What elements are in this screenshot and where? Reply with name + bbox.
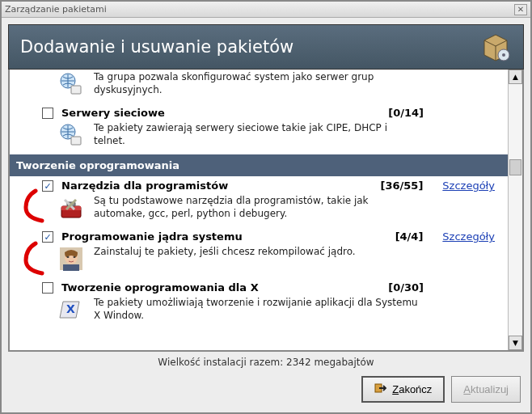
list-item-desc: X Te pakiety umożliwiają tworzenie i roz… <box>10 295 508 329</box>
svg-point-3 <box>502 53 505 57</box>
item-description: Zainstaluj te pakiety, jeśli chcesz reko… <box>94 246 501 259</box>
toolbox-icon <box>58 195 84 221</box>
update-button-rest: ktualizuj <box>471 383 509 395</box>
details-link[interactable]: Szczegóły <box>442 230 495 243</box>
svg-point-15 <box>67 256 70 258</box>
package-box-icon <box>479 31 512 63</box>
details-link[interactable]: Szczegóły <box>442 180 495 192</box>
update-button-key: A <box>463 383 471 395</box>
scrollbar-track[interactable] <box>509 84 522 336</box>
package-list: Ta grupa pozwala skonfigurować system ja… <box>10 70 508 350</box>
item-label: Programowanie jądra systemu <box>61 230 389 243</box>
group-header-tworzenie: Tworzenie oprogramowania <box>10 154 508 176</box>
window-title: Zarządzanie pakietami <box>5 4 514 15</box>
scroll-down-icon[interactable]: ▼ <box>509 336 522 350</box>
update-button: Aktualizuj <box>451 376 521 403</box>
list-item-desc: Są tu podstawowe narzędzia dla programis… <box>10 193 508 227</box>
checkbox-unchecked[interactable] <box>42 108 53 119</box>
item-label: Narzędzia dla programistów <box>61 180 374 192</box>
svg-rect-7 <box>71 137 81 145</box>
scrollbar-thumb[interactable] <box>509 159 521 175</box>
globe-server-icon <box>58 122 84 148</box>
item-count: [36/55] <box>381 180 424 192</box>
header-banner: Dodawanie i usuwanie pakietów <box>8 24 524 70</box>
item-description: Ta grupa pozwala skonfigurować system ja… <box>94 71 501 96</box>
x-window-icon: X <box>58 297 84 323</box>
item-count: [4/4] <box>395 230 424 243</box>
checkbox-checked[interactable]: ✓ <box>42 180 53 192</box>
close-button[interactable]: Zakończ <box>361 376 445 403</box>
close-icon[interactable]: ✕ <box>514 4 527 15</box>
checkbox-unchecked[interactable] <box>42 282 53 294</box>
exit-icon <box>374 382 387 397</box>
item-label: Tworzenie oprogramowania dla X <box>61 281 382 294</box>
titlebar[interactable]: Zarządzanie pakietami ✕ <box>2 2 530 18</box>
globe-server-icon <box>58 71 84 97</box>
scrollbar[interactable]: ▲ ▼ <box>508 70 522 350</box>
list-item-desc: Ta grupa pozwala skonfigurować system ja… <box>10 70 508 104</box>
item-description: Te pakiety zawierają serwery sieciowe ta… <box>94 122 501 147</box>
close-button-rest: akończ <box>399 383 432 395</box>
face-photo-icon <box>58 246 84 272</box>
list-item-desc: Te pakiety zawierają serwery sieciowe ta… <box>10 120 508 154</box>
item-count: [0/14] <box>388 107 424 119</box>
scroll-up-icon[interactable]: ▲ <box>509 70 522 84</box>
checkbox-checked[interactable]: ✓ <box>42 231 53 243</box>
svg-text:X: X <box>66 302 75 315</box>
svg-rect-5 <box>71 86 81 94</box>
list-item-narzedzia[interactable]: ✓ Narzędzia dla programistów [36/55] Szc… <box>10 176 508 193</box>
svg-point-16 <box>74 256 76 258</box>
list-item-jadro[interactable]: ✓ Programowanie jądra systemu [4/4] Szcz… <box>10 227 508 244</box>
list-item-serwery-sieciowe[interactable]: Serwery sieciowe [0/14] <box>10 104 508 120</box>
svg-rect-17 <box>63 264 79 271</box>
item-description: Te pakiety umożliwiają tworzenie i rozwi… <box>94 297 501 322</box>
close-button-key: Z <box>392 383 399 395</box>
banner-title: Dodawanie i usuwanie pakietów <box>20 37 479 57</box>
item-label: Serwery sieciowe <box>61 107 382 119</box>
list-item-x[interactable]: Tworzenie oprogramowania dla X [0/30] <box>10 278 508 295</box>
list-item-desc: Zainstaluj te pakiety, jeśli chcesz reko… <box>10 244 508 278</box>
item-description: Są tu podstawowe narzędzia dla programis… <box>94 195 501 220</box>
install-size-status: Wielkość instalacji razem: 2342 megabajt… <box>8 352 524 373</box>
item-count: [0/30] <box>388 281 424 294</box>
